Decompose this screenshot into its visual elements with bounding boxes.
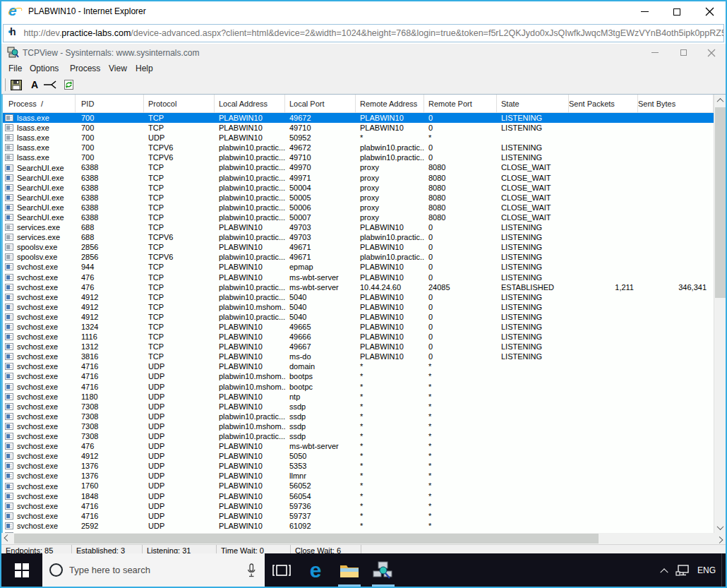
table-row[interactable]: svchost.exe1848UDPPLABWIN1056054** (3, 491, 715, 501)
table-row[interactable]: services.exe688TCPPLABWIN1049703PLABWIN1… (3, 222, 715, 232)
table-row[interactable]: svchost.exe7308UDPplabwin10.practic...ss… (3, 412, 715, 421)
column-header-process[interactable]: Process / (3, 95, 76, 113)
scroll-up-button[interactable] (714, 95, 726, 107)
table-row[interactable]: svchost.exe476TCPplabwin10.practic...ms-… (3, 282, 715, 292)
tcpview-taskbar-button[interactable] (366, 553, 400, 587)
taskbar-search[interactable]: Type here to search (42, 553, 265, 587)
cell-c2: UDP (144, 461, 215, 471)
scroll-right-button[interactable] (714, 533, 726, 544)
menu-file[interactable]: File (8, 64, 22, 73)
table-row[interactable]: svchost.exe4716UDPPLABWIN1059737** (3, 511, 715, 521)
network-tray-button[interactable] (673, 553, 692, 587)
table-row[interactable]: SearchUI.exe6388TCPplabwin10.practic...4… (3, 162, 715, 172)
table-row[interactable]: SearchUI.exe6388TCPplabwin10.practic...4… (3, 173, 715, 183)
table-row[interactable]: SearchUI.exe6388TCPplabwin10.practic...5… (3, 212, 715, 222)
tray-expand-button[interactable] (655, 553, 673, 587)
table-row[interactable]: svchost.exe1180UDPPLABWIN10ntp** (3, 392, 715, 402)
show-desktop-strip[interactable] (721, 553, 726, 587)
cell-c4: 56054 (285, 491, 356, 501)
table-row[interactable]: svchost.exe1376UDPPLABWIN105353** (3, 461, 715, 471)
browser-close-button[interactable] (693, 1, 726, 22)
tcpview-minimize-button[interactable] (641, 44, 669, 61)
table-row[interactable]: svchost.exe476TCPPLABWIN10ms-wbt-serverP… (3, 272, 715, 282)
table-row[interactable]: svchost.exe4716UDPPLABWIN10domain** (3, 361, 715, 371)
table-row[interactable]: svchost.exe2592UDPPLABWIN1061092** (3, 521, 715, 531)
menu-view[interactable]: View (109, 64, 127, 73)
table-row[interactable]: lsass.exe700UDPPLABWIN1050952** (3, 133, 715, 143)
table-row[interactable]: SearchUI.exe6388TCPplabwin10.practic...5… (3, 183, 715, 193)
cell-c9 (638, 501, 714, 511)
table-row[interactable]: svchost.exe7308UDPplabwin10.practic...ss… (3, 431, 715, 441)
table-row[interactable]: svchost.exe1376UDPPLABWIN10llmnr** (3, 471, 715, 481)
vertical-scroll-thumb[interactable] (715, 107, 726, 298)
cell-c4: domain (285, 361, 356, 371)
table-row[interactable]: services.exe688TCPV6plabwin10.practic...… (3, 232, 715, 242)
table-row[interactable]: lsass.exe700TCPV6plabwin10.practic...496… (3, 143, 715, 152)
close-connection-button[interactable] (42, 78, 58, 92)
column-header-sent-bytes[interactable]: Sent Bytes (638, 95, 714, 113)
table-row[interactable]: lsass.exe700TCPPLABWIN1049710PLABWIN100L… (3, 123, 715, 133)
browser-minimize-button[interactable] (628, 1, 661, 22)
cell-c6: * (424, 361, 497, 371)
table-row[interactable]: svchost.exe476UDPPLABWIN10ms-wbt-server*… (3, 441, 715, 451)
cell-c4: 49667 (285, 342, 356, 352)
address-bar[interactable]: h http://dev.practice-labs.com/device-ad… (3, 24, 724, 42)
start-button[interactable] (1, 553, 42, 587)
table-row[interactable]: svchost.exe4912TCPplabwin10.practic...50… (3, 292, 715, 302)
column-header-pid[interactable]: PID (76, 95, 144, 113)
column-header-sent-packets[interactable]: Sent Packets (569, 95, 638, 113)
table-row[interactable]: svchost.exe4716UDPplabwin10.mshom...boot… (3, 382, 715, 392)
column-header-protocol[interactable]: Protocol (144, 95, 215, 113)
table-row[interactable]: svchost.exe4716UDPplabwin10.mshom...boot… (3, 371, 715, 381)
scroll-left-button[interactable] (1, 533, 13, 544)
menu-process[interactable]: Process (70, 64, 100, 73)
column-header-remote-address[interactable]: Remote Address (356, 95, 424, 113)
table-row[interactable]: svchost.exe1116TCPPLABWIN1049666PLABWIN1… (3, 332, 715, 342)
refresh-button[interactable] (61, 78, 76, 92)
column-header-local-port[interactable]: Local Port (285, 95, 356, 113)
menu-options[interactable]: Options (30, 64, 59, 73)
tcpview-close-button[interactable] (697, 44, 726, 61)
menu-help[interactable]: Help (136, 64, 153, 73)
column-header-state[interactable]: State (497, 95, 569, 113)
cell-c0: services.exe (3, 222, 76, 232)
table-row[interactable]: svchost.exe7308UDPplabwin10.mshom...ssdp… (3, 421, 715, 431)
horizontal-scroll-thumb[interactable] (14, 534, 599, 544)
tcpview-restore-button[interactable] (669, 44, 697, 61)
vertical-scrollbar[interactable] (714, 95, 726, 534)
table-row[interactable]: svchost.exe4912TCPplabwin10.practic...50… (3, 312, 715, 322)
font-button[interactable]: A (27, 78, 42, 92)
table-row[interactable]: lsass.exe700TCPPLABWIN1049672PLABWIN100L… (3, 113, 715, 123)
cell-c7: LISTENING (497, 232, 569, 242)
table-row[interactable]: svchost.exe4912UDPPLABWIN105050** (3, 451, 715, 461)
table-row[interactable]: svchost.exe7308UDPPLABWIN10ssdp** (3, 402, 715, 412)
cell-c7: CLOSE_WAIT (497, 183, 569, 193)
table-row[interactable]: lsass.exe700TCPV6plabwin10.practic...497… (3, 152, 715, 162)
scroll-down-button[interactable] (714, 522, 726, 534)
language-indicator[interactable]: ENG (692, 553, 721, 587)
table-row[interactable]: svchost.exe1760UDPPLABWIN1056052** (3, 481, 715, 491)
maximize-icon (673, 8, 680, 16)
cell-c7: LISTENING (497, 252, 569, 262)
table-row[interactable]: svchost.exe944TCPPLABWIN10epmapPLABWIN10… (3, 262, 715, 272)
file-explorer-taskbar-button[interactable] (332, 553, 366, 587)
cell-c0: svchost.exe (3, 371, 76, 381)
table-row[interactable]: svchost.exe1312TCPPLABWIN1049667PLABWIN1… (3, 342, 715, 352)
save-button[interactable] (8, 78, 24, 92)
table-row[interactable]: svchost.exe4912TCPplabwin10.mshom...5040… (3, 302, 715, 312)
table-row[interactable]: SearchUI.exe6388TCPplabwin10.practic...5… (3, 193, 715, 203)
column-header-local-address[interactable]: Local Address (215, 95, 285, 113)
table-row[interactable]: svchost.exe1324TCPPLABWIN1049665PLABWIN1… (3, 322, 715, 332)
table-row[interactable]: SearchUI.exe6388TCPplabwin10.practic...5… (3, 203, 715, 212)
cell-c7: LISTENING (497, 123, 569, 133)
table-row[interactable]: svchost.exe3816TCPPLABWIN10ms-doPLABWIN1… (3, 352, 715, 361)
table-row[interactable]: spoolsv.exe2856TCPV6plabwin10.practic...… (3, 252, 715, 262)
browser-maximize-button[interactable] (661, 1, 693, 22)
horizontal-scrollbar[interactable] (1, 533, 726, 544)
edge-taskbar-button[interactable]: e (299, 553, 332, 587)
task-view-button[interactable] (265, 553, 299, 587)
refresh-icon (64, 79, 74, 90)
column-header-remote-port[interactable]: Remote Port (424, 95, 497, 113)
table-row[interactable]: svchost.exe4716UDPPLABWIN1059736** (3, 501, 715, 511)
table-row[interactable]: spoolsv.exe2856TCPPLABWIN1049671PLABWIN1… (3, 242, 715, 252)
